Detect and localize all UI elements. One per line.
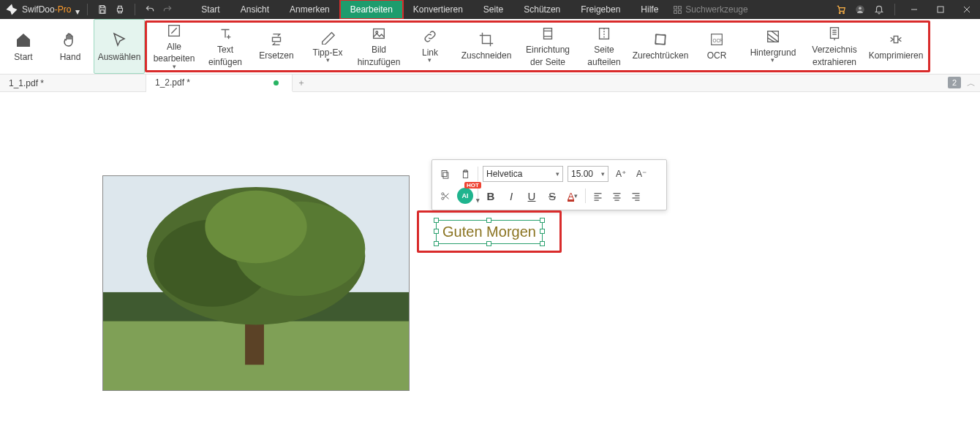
resize-handle[interactable] xyxy=(434,241,439,246)
resize-handle[interactable] xyxy=(540,229,545,234)
rtool-verzeichnis[interactable]: Verzeichnis extrahieren xyxy=(804,23,865,70)
rtool-link[interactable]: Link xyxy=(404,23,456,70)
deskew-icon xyxy=(652,31,668,47)
svg-rect-1 xyxy=(101,10,105,14)
menu-konvertieren[interactable]: Konvertieren xyxy=(403,0,473,19)
text-insert-icon xyxy=(217,26,233,42)
ocr-icon: OCR xyxy=(709,31,725,47)
size-select[interactable]: 15.00▾ xyxy=(568,166,608,182)
align-center-icon[interactable] xyxy=(609,188,624,204)
rtool-alle-bearbeiten[interactable]: Alle bearbeiten xyxy=(148,23,200,70)
resize-handle[interactable] xyxy=(540,218,545,223)
resize-handle[interactable] xyxy=(486,241,491,246)
doctab-1[interactable]: 1_2.pdf * xyxy=(146,75,293,92)
add-tab-button[interactable]: ＋ xyxy=(293,75,310,91)
search-tools[interactable]: Suchwerkzeuge xyxy=(673,4,747,15)
ribbon: Start Hand Auswählen Alle bearbeiten Tex… xyxy=(0,19,980,75)
tool-select[interactable]: Auswählen xyxy=(94,19,145,74)
paste-icon[interactable] xyxy=(457,166,473,182)
resize-handle[interactable] xyxy=(486,218,491,223)
rtool-komprimieren[interactable]: Komprimieren xyxy=(865,23,927,70)
chevron-down-icon: ▾ xyxy=(601,170,605,178)
hand-icon xyxy=(61,31,79,49)
separator xyxy=(135,4,135,15)
ai-button[interactable]: AIHOT▾ xyxy=(457,188,473,204)
tool-start[interactable]: Start xyxy=(0,19,47,74)
document-canvas[interactable]: Helvetica▾ 15.00▾ A⁺ A⁻ AIHOT▾ B I U S A… xyxy=(0,92,980,434)
separator xyxy=(87,4,88,15)
menu-bearbeiten[interactable]: Bearbeiten xyxy=(340,0,403,19)
menu-anmerken[interactable]: Anmerken xyxy=(279,0,340,19)
grow-font-button[interactable]: A⁺ xyxy=(613,166,629,182)
app-dropdown-icon[interactable]: ▾ xyxy=(75,7,81,12)
svg-rect-6 xyxy=(679,10,682,13)
rtool-tippex[interactable]: Tipp-Ex xyxy=(302,23,353,70)
close-button[interactable] xyxy=(954,0,980,19)
rtool-text-einfuegen[interactable]: Text einfügen xyxy=(200,23,251,70)
font-select[interactable]: Helvetica▾ xyxy=(483,166,563,182)
edit-ribbon-group: Alle bearbeiten Text einfügen Ersetzen T… xyxy=(145,20,930,72)
resize-handle[interactable] xyxy=(540,241,545,246)
print-icon[interactable] xyxy=(111,1,129,18)
label: Hintergrund xyxy=(750,47,796,58)
cut-icon[interactable] xyxy=(437,188,453,204)
rtool-zuschneiden[interactable]: Zuschneiden xyxy=(456,23,517,70)
editable-textbox[interactable]: Guten Morgen xyxy=(436,220,543,244)
font-color-button[interactable]: A▾ xyxy=(565,188,581,204)
embedded-image[interactable] xyxy=(102,175,410,391)
tool-hand-label: Hand xyxy=(60,52,81,62)
label: OCR xyxy=(707,50,727,61)
align-right-icon[interactable] xyxy=(628,188,643,204)
rtool-seite-aufteilen[interactable]: Seite aufteilen xyxy=(578,23,630,70)
textbox-highlight: Guten Morgen xyxy=(417,210,562,253)
undo-icon[interactable] xyxy=(141,1,159,18)
label: Komprimieren xyxy=(869,50,924,61)
svg-rect-5 xyxy=(674,10,677,13)
replace-icon xyxy=(268,31,284,47)
rtool-zurechtruecken[interactable]: Zurechtrücken xyxy=(630,23,691,70)
shrink-font-button[interactable]: A⁻ xyxy=(633,166,649,182)
align-left-icon[interactable] xyxy=(590,188,605,204)
menu-schuetzen[interactable]: Schützen xyxy=(513,0,570,19)
svg-rect-16 xyxy=(273,38,281,42)
rtool-bild[interactable]: Bild hinzufügen xyxy=(353,23,404,70)
svg-rect-4 xyxy=(679,6,682,9)
resize-handle[interactable] xyxy=(434,218,439,223)
menu-start[interactable]: Start xyxy=(191,0,230,19)
underline-button[interactable]: U xyxy=(524,188,540,204)
strike-button[interactable]: S xyxy=(544,188,560,204)
bold-button[interactable]: B xyxy=(483,188,499,204)
doctab-0-label: 1_1.pdf * xyxy=(9,78,44,88)
separator xyxy=(585,189,586,203)
label: Verzeichnis xyxy=(812,45,856,55)
svg-rect-41 xyxy=(442,170,447,176)
doctab-0[interactable]: 1_1.pdf * xyxy=(0,75,146,91)
copy-icon[interactable] xyxy=(437,166,453,182)
italic-button[interactable]: I xyxy=(503,188,519,204)
maximize-button[interactable] xyxy=(927,0,954,19)
app-logo-icon xyxy=(4,2,19,17)
menu-freigeben[interactable]: Freigeben xyxy=(570,0,630,19)
resize-handle[interactable] xyxy=(434,229,439,234)
tool-hand[interactable]: Hand xyxy=(47,19,94,74)
menu-hilfe[interactable]: Hilfe xyxy=(630,0,668,19)
redo-icon[interactable] xyxy=(159,1,176,18)
svg-point-8 xyxy=(843,12,845,14)
rtool-hintergrund[interactable]: Hintergrund xyxy=(742,23,804,70)
menu-seite[interactable]: Seite xyxy=(473,0,513,19)
rtool-einrichtung[interactable]: Einrichtung der Seite xyxy=(517,23,578,70)
rtool-ocr[interactable]: OCR OCR xyxy=(691,23,742,70)
menu-ansicht[interactable]: Ansicht xyxy=(230,0,279,19)
user-icon[interactable] xyxy=(851,0,870,19)
image-icon xyxy=(371,26,387,42)
save-icon[interactable] xyxy=(94,1,111,18)
cart-icon[interactable] xyxy=(832,0,851,19)
rtool-ersetzen[interactable]: Ersetzen xyxy=(251,23,302,70)
app-name-a: SwifDoo xyxy=(22,4,55,15)
bell-icon[interactable] xyxy=(870,0,889,19)
minimize-button[interactable] xyxy=(901,0,927,19)
collapse-ribbon-button[interactable]: ︿ xyxy=(967,77,976,90)
app-name-b: -Pro xyxy=(55,4,72,15)
textbox-text[interactable]: Guten Morgen xyxy=(442,224,536,240)
compress-icon xyxy=(888,31,904,47)
